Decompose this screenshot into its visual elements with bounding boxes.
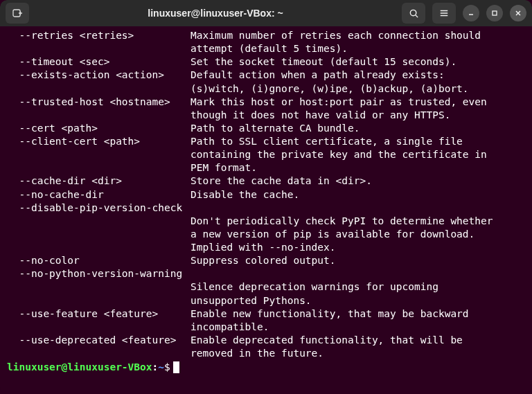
option-flag: --disable-pip-version-check	[7, 202, 190, 215]
option-flag: --no-python-version-warning	[7, 267, 190, 280]
prompt-path: ~	[158, 361, 164, 374]
option-flag: --no-color	[7, 254, 190, 267]
search-button[interactable]	[402, 3, 425, 24]
option-description: Store the cache data in <dir>.	[190, 174, 525, 188]
hamburger-icon	[439, 8, 449, 18]
option-description: Default action when a path already exist…	[190, 69, 525, 95]
option-flag: --exists-action <action>	[7, 69, 190, 82]
option-description: Path to SSL client certificate, a single…	[190, 135, 525, 174]
prompt-dollar: $	[164, 361, 170, 374]
option-description: Don't periodically check PyPI to determi…	[190, 202, 525, 255]
option-description: Silence deprecation warnings for upcomin…	[190, 267, 525, 307]
svg-rect-9	[493, 11, 497, 15]
option-description: Set the socket timeout (default 15 secon…	[190, 55, 525, 69]
option-flag: --client-cert <path>	[7, 135, 190, 148]
option-description: Path to alternate CA bundle.	[190, 122, 525, 135]
cursor	[173, 361, 179, 373]
option-flag: --cert <path>	[7, 122, 190, 135]
option-description: Mark this host or host:port pair as trus…	[190, 96, 525, 122]
minimize-button[interactable]	[463, 5, 479, 21]
options-list: --retries <retries>Maximum number of ret…	[7, 29, 525, 360]
option-description: Disable the cache.	[190, 188, 525, 202]
terminal-window: linuxuser@linuxuser-VBox: ~ --retries <r…	[0, 0, 532, 394]
terminal-content[interactable]: --retries <retries>Maximum number of ret…	[0, 26, 532, 394]
close-icon	[514, 9, 522, 17]
option-flag: --retries <retries>	[7, 29, 190, 42]
option-description: Enable new functionality, that may be ba…	[190, 307, 525, 334]
option-row: --no-colorSuppress colored output.	[7, 254, 525, 267]
option-flag: --use-deprecated <feature>	[7, 334, 190, 347]
option-row: --disable-pip-version-check Don't period…	[7, 202, 525, 255]
option-row: --timeout <sec>Set the socket timeout (d…	[7, 55, 525, 69]
minimize-icon	[467, 9, 475, 17]
titlebar: linuxuser@linuxuser-VBox: ~	[0, 0, 532, 26]
prompt-user: linuxuser@linuxuser-VBox	[7, 361, 152, 374]
option-row: --retries <retries>Maximum number of ret…	[7, 29, 525, 55]
option-row: --use-feature <feature>Enable new functi…	[7, 307, 525, 334]
option-description: Suppress colored output.	[190, 254, 525, 267]
svg-line-4	[415, 15, 417, 17]
option-row: --no-cache-dirDisable the cache.	[7, 188, 525, 202]
option-row: --use-deprecated <feature>Enable depreca…	[7, 334, 525, 360]
option-flag: --trusted-host <hostname>	[7, 96, 190, 109]
prompt-line: linuxuser@linuxuser-VBox:~$	[7, 361, 525, 374]
close-button[interactable]	[510, 5, 526, 21]
option-row: --exists-action <action>Default action w…	[7, 69, 525, 95]
option-row: --cache-dir <dir>Store the cache data in…	[7, 174, 525, 188]
option-flag: --cache-dir <dir>	[7, 174, 190, 188]
option-row: --trusted-host <hostname>Mark this host …	[7, 96, 525, 122]
option-description: Maximum number of retries each connectio…	[190, 29, 525, 55]
option-row: --client-cert <path>Path to SSL client c…	[7, 135, 525, 174]
option-description: Enable deprecated functionality, that wi…	[190, 334, 525, 360]
maximize-icon	[490, 9, 499, 17]
search-icon	[409, 8, 419, 19]
menu-button[interactable]	[432, 3, 456, 24]
new-tab-button[interactable]	[6, 3, 29, 24]
new-tab-icon	[12, 8, 23, 19]
option-flag: --use-feature <feature>	[7, 307, 190, 321]
option-flag: --no-cache-dir	[7, 188, 190, 202]
prompt-colon: :	[152, 361, 159, 374]
maximize-button[interactable]	[486, 5, 503, 21]
option-row: --cert <path>Path to alternate CA bundle…	[7, 122, 525, 135]
option-row: --no-python-version-warning Silence depr…	[7, 267, 525, 307]
window-title: linuxuser@linuxuser-VBox: ~	[35, 8, 396, 19]
svg-point-3	[410, 10, 416, 15]
option-flag: --timeout <sec>	[7, 55, 190, 69]
